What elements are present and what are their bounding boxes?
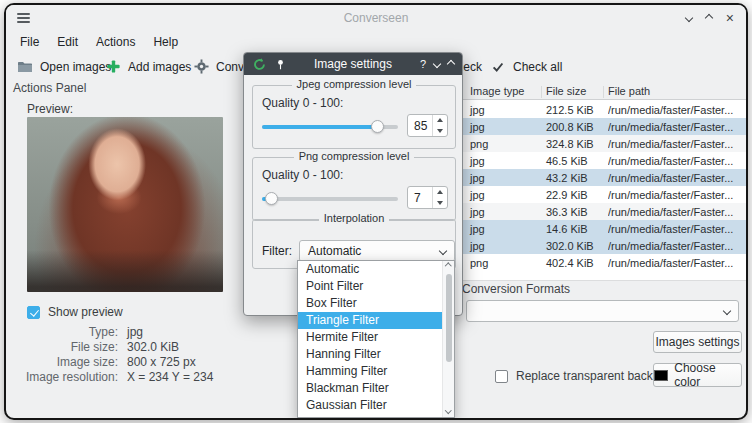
dropdown-item[interactable]: Box Filter [298,295,454,312]
scroll-up-icon[interactable] [445,263,451,269]
dropdown-item[interactable]: Automatic [298,261,454,278]
spin-up-icon[interactable] [433,115,447,126]
replace-transparent-checkbox[interactable] [495,370,508,383]
filter-combobox[interactable]: Automatic [299,240,455,262]
preview-label: Preview: [27,102,73,116]
slider-handle[interactable] [371,120,384,133]
close-icon[interactable]: × [726,11,734,25]
info-filesize-value: 302.0 KiB [127,340,179,354]
slider-groove[interactable] [262,197,398,201]
show-preview-checkbox[interactable] [27,306,40,319]
maximize-icon[interactable] [705,14,713,22]
pin-icon[interactable] [274,58,286,70]
png-quality-slider[interactable] [262,192,398,206]
help-icon[interactable]: ? [420,58,426,70]
slider-handle[interactable] [265,192,278,205]
titlebar: Converseen × [6,5,746,31]
menu-file[interactable]: File [12,33,49,52]
dropdown-item[interactable]: Triangle Filter [298,312,454,329]
dropdown-item[interactable]: Hermite Filter [298,329,454,346]
dropdown-item[interactable]: Quadratic Filter [298,414,454,418]
conversion-formats-title: Conversion Formats [462,282,570,296]
actions-panel-title: Actions Panel [13,81,86,95]
file-table-header: Image type File size File path [455,84,746,100]
table-row[interactable]: jpg36.3 KiB/run/media/faster/Faster... [455,203,746,220]
dropdown-item[interactable]: Blackman Filter [298,380,454,397]
check-all-label: Check all [513,60,562,74]
slider-fill [262,125,378,129]
info-resolution-value: X = 234 Y = 234 [127,370,213,384]
table-bottom-separator [455,280,746,281]
dropdown-item[interactable]: Point Filter [298,278,454,295]
spin-down-icon[interactable] [433,126,447,137]
menu-edit[interactable]: Edit [49,33,88,52]
add-images-button[interactable]: Add images [98,54,198,79]
filter-combobox-value: Automatic [308,244,440,258]
folder-open-icon [17,59,33,75]
jpeg-quality-spinbox[interactable]: 85 [407,114,448,137]
png-quality-label: Quality 0 - 100: [262,168,343,182]
show-preview-row: Show preview [27,305,123,319]
check-all-button[interactable]: Check all [483,54,569,79]
jpeg-quality-label: Quality 0 - 100: [262,96,343,110]
info-imagesize-value: 800 x 725 px [127,355,196,369]
chevron-down-icon [723,307,731,315]
dialog-titlebar[interactable]: Image settings ? [244,53,462,75]
images-settings-button[interactable]: Images settings [653,331,742,353]
table-row[interactable]: jpg22.9 KiB/run/media/faster/Faster... [455,186,746,203]
table-row[interactable]: jpg14.6 KiB/run/media/faster/Faster... [455,220,746,237]
jpeg-quality-value: 85 [414,115,427,136]
dialog-title: Image settings [294,57,412,71]
jpeg-quality-slider[interactable] [262,120,398,134]
interpolation-group-title: Interpolation [253,212,455,224]
add-plus-icon [105,59,121,75]
table-row[interactable]: jpg302.0 KiB/run/media/faster/Faster... [455,237,746,254]
info-type-label: Type: [6,325,118,339]
spin-down-icon[interactable] [433,198,447,209]
refresh-icon[interactable] [252,57,266,71]
png-group-title: Png compression level [253,150,455,162]
format-combobox[interactable] [466,300,739,322]
column-file-path[interactable]: File path [608,85,650,97]
dropdown-item[interactable]: Gaussian Filter [298,397,454,414]
dropdown-item[interactable]: Hanning Filter [298,346,454,363]
table-row[interactable]: png402.4 KiB/run/media/faster/Faster... [455,254,746,271]
color-swatch [654,370,668,381]
preview-image [27,117,223,292]
dropdown-scrollbar[interactable] [442,261,454,417]
dropdown-item[interactable]: Hamming Filter [298,363,454,380]
png-quality-value: 7 [414,187,421,208]
info-filesize-label: File size: [6,340,118,354]
jpeg-group-title: Jpeg compression level [253,78,455,90]
images-settings-label: Images settings [655,335,739,349]
spin-up-icon[interactable] [433,187,447,198]
dialog-shade-icon[interactable] [433,60,441,68]
jpeg-compression-group: Jpeg compression level Quality 0 - 100: … [252,85,456,149]
info-type-value: jpg [127,325,143,339]
png-quality-spinbox[interactable]: 7 [407,186,448,209]
table-row[interactable]: jpg43.2 KiB/run/media/faster/Faster... [455,169,746,186]
window-title: Converseen [6,11,746,25]
menu-actions[interactable]: Actions [88,33,145,52]
info-resolution-label: Image resolution: [6,370,118,384]
scrollbar-thumb[interactable] [446,274,452,362]
column-file-size[interactable]: File size [546,85,586,97]
scroll-down-icon[interactable] [445,407,451,413]
menu-help[interactable]: Help [145,33,188,52]
minimize-icon[interactable] [685,14,693,22]
table-row[interactable]: png324.8 KiB/run/media/faster/Faster... [455,135,746,152]
dialog-unshade-icon[interactable] [447,60,455,68]
convert-gear-icon [193,59,209,75]
show-preview-label: Show preview [48,305,123,319]
app-window: Converseen × File Edit Actions Help Open… [4,3,748,420]
chevron-down-icon [439,247,447,255]
table-row[interactable]: jpg46.5 KiB/run/media/faster/Faster... [455,152,746,169]
table-row[interactable]: jpg200.8 KiB/run/media/faster/Faster... [455,118,746,135]
choose-color-label: Choose color [674,361,741,389]
choose-color-button[interactable]: Choose color [653,363,742,387]
filter-label: Filter: [262,244,292,258]
filter-dropdown-popup: Automatic Point Filter Box Filter Triang… [297,260,455,418]
column-image-type[interactable]: Image type [470,85,524,97]
table-row[interactable]: jpg212.5 KiB/run/media/faster/Faster... [455,101,746,118]
menubar: File Edit Actions Help [12,33,188,52]
